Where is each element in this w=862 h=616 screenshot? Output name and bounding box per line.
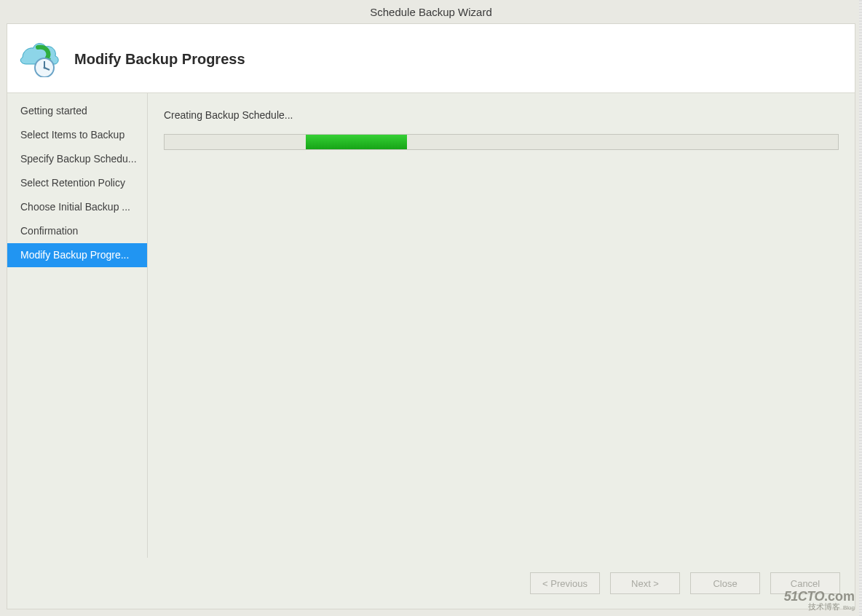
cancel-button[interactable]: Cancel (770, 572, 840, 594)
wizard-window: Schedule Backup Wizard Modify Backup Pro… (0, 0, 862, 616)
wizard-footer: < Previous Next > Close Cancel (7, 558, 855, 609)
svg-point-4 (44, 66, 46, 68)
progress-bar (164, 134, 839, 150)
wizard-header-title: Modify Backup Progress (74, 51, 245, 68)
step-select-items[interactable]: Select Items to Backup (7, 123, 147, 147)
step-modify-backup-progress[interactable]: Modify Backup Progre... (7, 243, 147, 267)
wizard-header: Modify Backup Progress (7, 24, 855, 93)
step-retention-policy[interactable]: Select Retention Policy (7, 171, 147, 195)
progress-bar-fill (306, 135, 407, 149)
wizard-content: Creating Backup Schedule... (148, 93, 855, 558)
step-specify-schedule[interactable]: Specify Backup Schedu... (7, 147, 147, 171)
status-label: Creating Backup Schedule... (164, 109, 839, 121)
wizard-steps-sidebar: Getting started Select Items to Backup S… (7, 93, 147, 558)
wizard-frame: Modify Backup Progress Getting started S… (7, 23, 855, 609)
close-button[interactable]: Close (690, 572, 760, 594)
next-button[interactable]: Next > (610, 572, 680, 594)
backup-cloud-clock-icon (12, 37, 63, 77)
step-confirmation[interactable]: Confirmation (7, 219, 147, 243)
scrollbar-edge (859, 0, 862, 616)
step-initial-backup[interactable]: Choose Initial Backup ... (7, 195, 147, 219)
previous-button[interactable]: < Previous (530, 572, 600, 594)
wizard-body: Getting started Select Items to Backup S… (7, 93, 855, 558)
step-getting-started[interactable]: Getting started (7, 99, 147, 123)
